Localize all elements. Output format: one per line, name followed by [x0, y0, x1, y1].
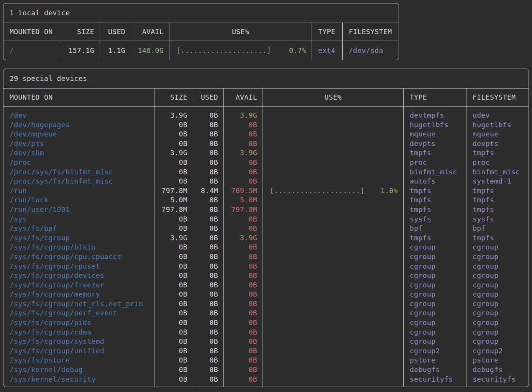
- usage-bar: [....................]: [176, 41, 271, 60]
- filesystem-value: debugfs: [466, 365, 529, 375]
- size-value: 0B: [154, 308, 193, 318]
- size-value: 0B: [154, 328, 193, 337]
- usage-cell: [263, 243, 404, 252]
- size-value: 0B: [154, 280, 193, 290]
- mount-point: /sys/fs/cgroup/cpuset: [3, 262, 154, 271]
- avail-value: 0B: [224, 299, 263, 309]
- mount-point: /sys: [3, 215, 154, 224]
- usage-cell: [263, 375, 404, 387]
- usage-cell: [263, 252, 404, 262]
- filesystem-value: systemd-1: [466, 177, 529, 186]
- type-value: cgroup: [404, 299, 466, 309]
- mount-point: /dev/shm: [3, 148, 154, 158]
- filesystem-value: cgroup: [466, 318, 529, 328]
- filesystem-value: tmpfs: [466, 148, 529, 158]
- size-value: 157.1G: [60, 41, 100, 60]
- avail-value: 0B: [224, 365, 263, 375]
- type-value: ext4: [312, 41, 343, 60]
- avail-value: 0B: [224, 328, 263, 337]
- avail-value: 3.9G: [224, 107, 263, 120]
- filesystem-value: cgroup: [466, 280, 529, 290]
- avail-value: 0B: [224, 262, 263, 271]
- mount-point: /sys/fs/cgroup/unified: [3, 346, 154, 356]
- mount-point: /dev/mqueue: [3, 130, 154, 139]
- mount-point: /sys/fs/cgroup/devices: [3, 271, 154, 280]
- used-value: 0B: [193, 318, 224, 328]
- filesystem-value: proc: [466, 158, 529, 167]
- mount-point: /sys/fs/cgroup/net_cls,net_prio: [3, 299, 154, 309]
- column-header-type: TYPE: [312, 23, 343, 41]
- avail-value: 0B: [224, 308, 263, 318]
- used-value: 8.4M: [193, 186, 224, 196]
- type-value: cgroup: [404, 243, 466, 252]
- mount-point: /sys/fs/cgroup/memory: [3, 290, 154, 299]
- size-value: 0B: [154, 299, 193, 309]
- avail-value: 148.0G: [131, 41, 169, 60]
- usage-cell: [263, 365, 404, 375]
- avail-value: 0B: [224, 318, 263, 328]
- usage-cell: [263, 195, 404, 205]
- special-devices-title: 29 special devices: [3, 69, 529, 89]
- used-value: 0B: [193, 365, 224, 375]
- usage-cell: [263, 130, 404, 139]
- usage-percent: 1.0%: [381, 186, 398, 196]
- local-devices-title: 1 local device: [3, 3, 399, 23]
- usage-cell: [263, 299, 404, 309]
- filesystem-value: cgroup: [466, 337, 529, 346]
- avail-value: 0B: [224, 130, 263, 139]
- avail-value: 0B: [224, 167, 263, 177]
- mount-point: /sys/fs/cgroup/systemd: [3, 337, 154, 346]
- usage-cell: [263, 158, 404, 167]
- usage-cell: [263, 120, 404, 130]
- filesystem-value: cgroup: [466, 308, 529, 318]
- filesystem-value: mqueue: [466, 130, 529, 139]
- type-value: proc: [404, 158, 466, 167]
- mount-point: /sys/kernel/debug: [3, 365, 154, 375]
- size-value: 3.9G: [154, 233, 193, 243]
- type-value: pstore: [404, 356, 466, 365]
- used-value: 0B: [193, 337, 224, 346]
- filesystem-value: udev: [466, 107, 529, 120]
- usage-cell: [263, 308, 404, 318]
- type-value: cgroup: [404, 290, 466, 299]
- avail-value: 797.8M: [224, 205, 263, 215]
- size-value: 0B: [154, 215, 193, 224]
- used-value: 0B: [193, 252, 224, 262]
- avail-value: 0B: [224, 252, 263, 262]
- size-value: 0B: [154, 158, 193, 167]
- type-value: binfmt_misc: [404, 167, 466, 177]
- mount-point: /proc/sys/fs/binfmt_misc: [3, 177, 154, 186]
- filesystem-value: cgroup: [466, 290, 529, 299]
- column-header-used: USED: [193, 89, 224, 107]
- avail-value: 0B: [224, 215, 263, 224]
- mount-point: /sys/fs/cgroup/cpu,cpuacct: [3, 252, 154, 262]
- column-header-filesystem: FILESYSTEM: [343, 23, 399, 41]
- used-value: 0B: [193, 215, 224, 224]
- used-value: 0B: [193, 262, 224, 271]
- filesystem-value: cgroup: [466, 271, 529, 280]
- avail-value: 0B: [224, 271, 263, 280]
- mount-point: /sys/fs/cgroup: [3, 233, 154, 243]
- used-value: 0B: [193, 177, 224, 186]
- usage-cell: [263, 356, 404, 365]
- used-value: 0B: [193, 308, 224, 318]
- used-value: 0B: [193, 299, 224, 309]
- type-value: debugfs: [404, 365, 466, 375]
- mount-point: /: [3, 41, 60, 60]
- used-value: 0B: [193, 243, 224, 252]
- size-value: 0B: [154, 130, 193, 139]
- avail-value: 0B: [224, 356, 263, 365]
- type-value: autofs: [404, 177, 466, 186]
- used-value: 0B: [193, 158, 224, 167]
- type-value: tmpfs: [404, 148, 466, 158]
- used-value: 0B: [193, 328, 224, 337]
- filesystem-value: /dev/sda: [343, 41, 399, 60]
- type-value: devtmpfs: [404, 107, 466, 120]
- used-value: 0B: [193, 148, 224, 158]
- special-devices-table: MOUNTED ONSIZEUSEDAVAILUSE%TYPEFILESYSTE…: [3, 89, 529, 387]
- used-value: 0B: [193, 346, 224, 356]
- size-value: 0B: [154, 375, 193, 387]
- filesystem-value: tmpfs: [466, 205, 529, 215]
- avail-value: 0B: [224, 158, 263, 167]
- usage-cell: [263, 167, 404, 177]
